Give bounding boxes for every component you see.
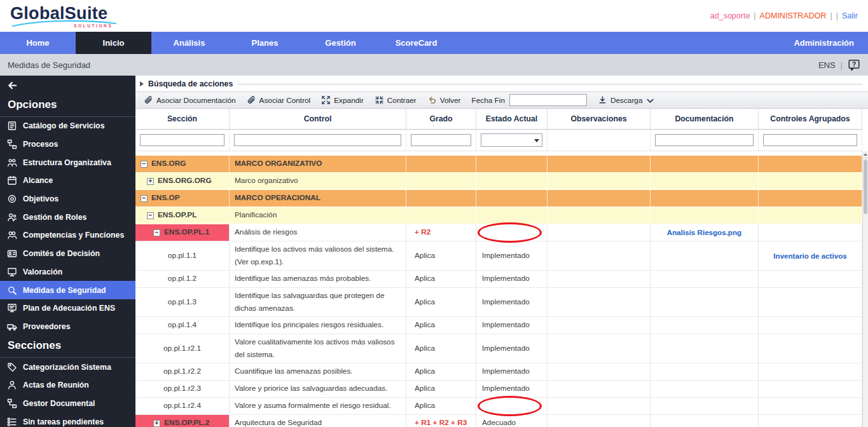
expand-toggle-icon[interactable]: + bbox=[147, 178, 154, 185]
table-row[interactable]: op.pl.1.3Identifique las salvaguardas qu… bbox=[135, 288, 862, 317]
sidebar-item-label: Objetivos bbox=[23, 194, 59, 203]
sidebar-item-proveedores[interactable]: Proveedores bbox=[0, 318, 135, 336]
nav-item-administracion[interactable]: Administración bbox=[780, 32, 868, 54]
download-icon bbox=[598, 95, 607, 105]
filter-control-input[interactable] bbox=[234, 134, 401, 146]
grouped-controls-link[interactable]: Inventario de activos bbox=[773, 250, 846, 262]
section-code: ENS.OP.PL.2 bbox=[164, 417, 209, 427]
sidebar-item-procesos[interactable]: Procesos bbox=[0, 135, 135, 154]
descarga-button[interactable]: Descarga bbox=[598, 95, 656, 105]
table-row[interactable]: −ENS.OP.PLPlanificación bbox=[135, 207, 862, 224]
user-session-box: ad_soporte | ADMINISTRADOR | | Salir bbox=[710, 11, 858, 20]
filter-controles-agrupados-input[interactable] bbox=[763, 134, 857, 146]
volver-button[interactable]: Volver bbox=[427, 95, 461, 105]
sidebar-item-estructura-organizativa[interactable]: Estructura Organizativa bbox=[0, 153, 135, 172]
table-row[interactable]: op.pl.1.r2.4Valore y asuma formalmente e… bbox=[135, 398, 862, 415]
table-row[interactable]: op.pl.1.2Identifique las amenazas más pr… bbox=[135, 271, 862, 288]
section-code: op.pl.1.r2.4 bbox=[163, 400, 201, 412]
cell-estado-actual: Implementado bbox=[476, 334, 548, 363]
sidebar-item-categorizacion-sistema[interactable]: Categorización Sistema bbox=[0, 358, 135, 376]
cell-grado: Aplica bbox=[406, 398, 476, 414]
sidebar-item-medidas-de-seguridad[interactable]: Medidas de Seguridad bbox=[0, 281, 135, 299]
filter-seccion-input[interactable] bbox=[140, 134, 224, 146]
table-row[interactable]: +ENS.OP.PL.2Arquitectura de Seguridad+ R… bbox=[135, 415, 862, 427]
back-arrow-icon[interactable] bbox=[6, 80, 18, 91]
table-row[interactable]: op.pl.1.1Identifique los activos más val… bbox=[135, 241, 862, 271]
sidebar-item-catalogo-de-servicios[interactable]: Catálogo de Servicios bbox=[0, 117, 135, 135]
table-row[interactable]: −ENS.OP.PL.1Análisis de riesgos+ R2Anali… bbox=[135, 224, 862, 241]
sidebar-item-gestor-documental[interactable]: Gestor Documental bbox=[0, 395, 135, 413]
document-link[interactable]: Analisis Riesgos.png bbox=[667, 226, 741, 239]
chevron-down-icon bbox=[645, 96, 655, 105]
asociar-documentacion-button[interactable]: Asociar Documentación bbox=[144, 95, 236, 105]
scroll-up-arrow[interactable] bbox=[863, 151, 868, 158]
fecha-fin-label: Fecha Fin bbox=[472, 96, 505, 105]
breadcrumb-bar: Medidas de Seguridad ENS | ? bbox=[0, 54, 868, 76]
table-row[interactable]: −ENS.ORGMARCO ORGANIZATIVO bbox=[135, 156, 862, 173]
sidebar-item-gestion-de-roles[interactable]: Gestión de Roles bbox=[0, 208, 135, 226]
help-icon[interactable]: ? bbox=[848, 59, 860, 71]
cell-grado: Aplica bbox=[406, 381, 476, 397]
sidebar-item-comites-de-decision[interactable]: Comités de Decisión bbox=[0, 245, 135, 263]
cell-observaciones bbox=[548, 415, 651, 427]
table-row[interactable]: op.pl.1.4Identifique los principales rie… bbox=[135, 317, 862, 334]
filter-estado-actual-select[interactable] bbox=[481, 133, 542, 147]
fecha-fin-input[interactable] bbox=[509, 94, 587, 106]
nav-item-inicio[interactable]: Inicio bbox=[76, 32, 151, 54]
asociar-control-button[interactable]: Asociar Control bbox=[247, 95, 311, 105]
table-row[interactable]: op.pl.1.r2.3Valore y priorice las salvag… bbox=[135, 381, 862, 398]
vertical-scrollbar[interactable] bbox=[862, 151, 868, 427]
expand-toggle-icon[interactable]: + bbox=[153, 420, 160, 427]
collapse-toggle-icon[interactable]: − bbox=[141, 195, 148, 202]
scrollbar-thumb[interactable] bbox=[864, 159, 867, 214]
cell-documentacion bbox=[651, 173, 759, 189]
cell-grado bbox=[406, 156, 476, 172]
collapse-toggle-icon[interactable]: − bbox=[153, 229, 160, 236]
sidebar-item-sin-tareas-pendientes[interactable]: Sin tareas pendientes bbox=[0, 412, 135, 427]
column-header-controles-agrupados: Controles Agrupados bbox=[759, 109, 862, 129]
cell-observaciones bbox=[548, 156, 651, 172]
expandir-button[interactable]: Expandir bbox=[321, 95, 364, 105]
table-row[interactable]: +ENS.ORG.ORGMarco organizativo bbox=[135, 173, 862, 190]
nav-item-home[interactable]: Home bbox=[0, 32, 76, 54]
sidebar-item-valoracion[interactable]: Valoración bbox=[0, 263, 135, 281]
section-code: op.pl.1.2 bbox=[168, 273, 196, 285]
search-panel-header[interactable]: Búsqueda de acciones bbox=[135, 76, 868, 92]
cell-seccion: −ENS.OP bbox=[135, 190, 230, 207]
table-row[interactable]: op.pl.1.r2.1Valore cualitativamente los … bbox=[135, 334, 862, 363]
sidebar-item-competencias-y-funciones[interactable]: Competencias y Funciones bbox=[0, 226, 135, 245]
filter-grado-input[interactable] bbox=[411, 134, 471, 146]
cell-estado-actual: Adecuado bbox=[476, 415, 548, 427]
sidebar-item-actas-de-reunion[interactable]: Actas de Reunión bbox=[0, 376, 135, 395]
collapse-toggle-icon[interactable]: − bbox=[147, 212, 154, 219]
top-header: GlobalSuite SOLUTIONS ad_soporte | ADMIN… bbox=[0, 0, 868, 32]
sidebar-item-alcance[interactable]: Alcance bbox=[0, 172, 135, 190]
nav-item-analisis[interactable]: Análisis bbox=[151, 32, 227, 54]
section-code: ENS.OP bbox=[151, 192, 180, 205]
collapse-toggle-icon[interactable]: − bbox=[141, 161, 148, 168]
committee-icon bbox=[7, 248, 17, 259]
nav-item-gestion[interactable]: Gestión bbox=[303, 32, 378, 54]
search-panel-title: Búsqueda de acciones bbox=[148, 79, 233, 88]
undo-icon bbox=[427, 95, 437, 105]
sidebar-item-plan-de-adecuacion-ens[interactable]: Plan de Adecuación ENS bbox=[0, 299, 135, 318]
nav-item-scorecard[interactable]: ScoreCard bbox=[378, 32, 454, 54]
table-row[interactable]: op.pl.1.r2.2Cuantifique las amenazas pos… bbox=[135, 363, 862, 381]
sidebar-item-label: Actas de Reunión bbox=[23, 381, 89, 390]
contraer-button[interactable]: Contraer bbox=[375, 95, 417, 105]
sidebar-item-objetivos[interactable]: Objetivos bbox=[0, 190, 135, 208]
column-header-control: Control bbox=[230, 109, 406, 129]
cell-control: Marco organizativo bbox=[230, 173, 406, 189]
cell-control: Cuantifique las amenazas posibles. bbox=[230, 363, 406, 380]
table-row[interactable]: −ENS.OPMARCO OPERACIONAL bbox=[135, 190, 862, 207]
nav-item-planes[interactable]: Planes bbox=[227, 32, 303, 54]
cell-documentacion bbox=[651, 190, 759, 207]
section-code: op.pl.1.3 bbox=[168, 296, 196, 309]
cell-controles-agrupados bbox=[759, 224, 862, 241]
column-header-observaciones: Observaciones bbox=[548, 109, 651, 129]
filter-documentacion-input[interactable] bbox=[655, 134, 754, 146]
sidebar-item-label: Procesos bbox=[23, 140, 58, 149]
cell-seccion: −ENS.OP.PL.1 bbox=[135, 224, 230, 241]
section-code: op.pl.1.1 bbox=[168, 250, 196, 262]
logout-link[interactable]: Salir bbox=[842, 11, 858, 20]
